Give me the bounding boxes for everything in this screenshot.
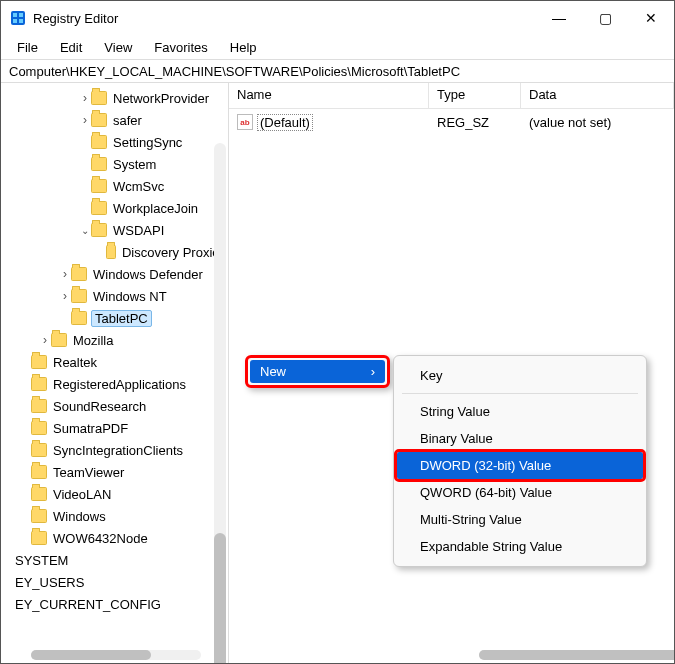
tree-item-label: Windows xyxy=(51,508,108,525)
context-binary-value[interactable]: Binary Value xyxy=(394,425,646,452)
expand-chevron-icon[interactable] xyxy=(79,225,91,236)
folder-icon xyxy=(31,377,47,391)
menu-view[interactable]: View xyxy=(94,38,142,57)
tree-item[interactable]: WorkplaceJoin xyxy=(1,197,228,219)
header-type[interactable]: Type xyxy=(429,83,521,108)
window-title: Registry Editor xyxy=(33,11,118,26)
header-name[interactable]: Name xyxy=(229,83,429,108)
context-string-value[interactable]: String Value xyxy=(394,398,646,425)
tree-item[interactable]: SoundResearch xyxy=(1,395,228,417)
tree-item-label: SumatraPDF xyxy=(51,420,130,437)
folder-icon xyxy=(91,223,107,237)
tree-item-label: Mozilla xyxy=(71,332,115,349)
folder-icon xyxy=(71,267,87,281)
tree-item-label: RegisteredApplications xyxy=(51,376,188,393)
tree-item[interactable]: WSDAPI xyxy=(1,219,228,241)
tree-item-label: NetworkProvider xyxy=(111,90,211,107)
tree-item[interactable]: WOW6432Node xyxy=(1,527,228,549)
tree-item[interactable]: Discovery Proxies xyxy=(1,241,228,263)
tree-item-label: TeamViewer xyxy=(51,464,126,481)
folder-icon xyxy=(106,245,116,259)
tree-item[interactable]: System xyxy=(1,153,228,175)
menubar: File Edit View Favorites Help xyxy=(1,35,674,59)
tree-item[interactable]: Windows NT xyxy=(1,285,228,307)
tree-item[interactable]: SYSTEM xyxy=(1,549,228,571)
tree-item-label: WcmSvc xyxy=(111,178,166,195)
tree-item-label: System xyxy=(111,156,158,173)
tree-scrollbar-horizontal[interactable] xyxy=(31,650,201,660)
maximize-button[interactable]: ▢ xyxy=(582,1,628,35)
folder-icon xyxy=(31,443,47,457)
list-body[interactable]: ab (Default) REG_SZ (value not set) xyxy=(229,109,674,133)
folder-icon xyxy=(91,91,107,105)
submenu-arrow-icon xyxy=(371,364,375,379)
tree-item-label: SyncIntegrationClients xyxy=(51,442,185,459)
context-new[interactable]: New xyxy=(250,360,385,383)
tree-item[interactable]: SyncIntegrationClients xyxy=(1,439,228,461)
folder-icon xyxy=(91,113,107,127)
tree-item-label: SettingSync xyxy=(111,134,184,151)
context-qword-value[interactable]: QWORD (64-bit) Value xyxy=(394,479,646,506)
svg-rect-4 xyxy=(19,19,23,23)
tree-item-label: TabletPC xyxy=(91,310,152,327)
tree-item-label: SoundResearch xyxy=(51,398,148,415)
expand-chevron-icon[interactable] xyxy=(59,267,71,281)
tree-item[interactable]: EY_CURRENT_CONFIG xyxy=(1,593,228,615)
titlebar: Registry Editor — ▢ ✕ xyxy=(1,1,674,35)
tree-item[interactable]: TabletPC xyxy=(1,307,228,329)
tree-item[interactable]: Mozilla xyxy=(1,329,228,351)
tree-item-label: Discovery Proxies xyxy=(120,244,228,261)
tree-item[interactable]: Realtek xyxy=(1,351,228,373)
svg-rect-3 xyxy=(13,19,17,23)
context-multi-string-value[interactable]: Multi-String Value xyxy=(394,506,646,533)
menu-separator xyxy=(402,393,638,394)
tree-item-label: VideoLAN xyxy=(51,486,113,503)
menu-file[interactable]: File xyxy=(7,38,48,57)
minimize-button[interactable]: — xyxy=(536,1,582,35)
tree-item[interactable]: NetworkProvider xyxy=(1,87,228,109)
tree-item-label: Realtek xyxy=(51,354,99,371)
expand-chevron-icon[interactable] xyxy=(39,333,51,347)
tree-item-label: EY_USERS xyxy=(13,574,86,591)
tree-item-label: Windows NT xyxy=(91,288,169,305)
tree-item[interactable]: Windows Defender xyxy=(1,263,228,285)
menu-favorites[interactable]: Favorites xyxy=(144,38,217,57)
registry-tree[interactable]: NetworkProvidersaferSettingSyncSystemWcm… xyxy=(1,83,229,663)
context-dword-value[interactable]: DWORD (32-bit) Value xyxy=(397,452,643,479)
folder-icon xyxy=(31,399,47,413)
context-expandable-string-value[interactable]: Expandable String Value xyxy=(394,533,646,560)
tree-item[interactable]: SumatraPDF xyxy=(1,417,228,439)
menu-edit[interactable]: Edit xyxy=(50,38,92,57)
expand-chevron-icon[interactable] xyxy=(79,113,91,127)
tree-item[interactable]: safer xyxy=(1,109,228,131)
list-scrollbar-horizontal[interactable] xyxy=(479,650,674,660)
tree-item[interactable]: Windows xyxy=(1,505,228,527)
tree-item[interactable]: EY_USERS xyxy=(1,571,228,593)
value-type: REG_SZ xyxy=(429,115,521,130)
folder-icon xyxy=(31,531,47,545)
folder-icon xyxy=(31,355,47,369)
close-button[interactable]: ✕ xyxy=(628,1,674,35)
app-icon xyxy=(9,9,27,27)
header-data[interactable]: Data xyxy=(521,83,674,108)
folder-icon xyxy=(31,487,47,501)
menu-help[interactable]: Help xyxy=(220,38,267,57)
expand-chevron-icon[interactable] xyxy=(59,289,71,303)
context-key[interactable]: Key xyxy=(394,362,646,389)
tree-item-label: WSDAPI xyxy=(111,222,166,239)
string-value-icon: ab xyxy=(237,114,253,130)
tree-item[interactable]: WcmSvc xyxy=(1,175,228,197)
context-new-label: New xyxy=(260,364,286,379)
tree-item-label: Windows Defender xyxy=(91,266,205,283)
context-menu-new-submenu: Key String Value Binary Value DWORD (32-… xyxy=(393,355,647,567)
tree-item[interactable]: RegisteredApplications xyxy=(1,373,228,395)
tree-item[interactable]: TeamViewer xyxy=(1,461,228,483)
tree-scrollbar-vertical[interactable] xyxy=(214,143,226,663)
expand-chevron-icon[interactable] xyxy=(79,91,91,105)
svg-rect-1 xyxy=(13,13,17,17)
list-header: Name Type Data xyxy=(229,83,674,109)
address-bar[interactable]: Computer\HKEY_LOCAL_MACHINE\SOFTWARE\Pol… xyxy=(1,59,674,83)
tree-item[interactable]: VideoLAN xyxy=(1,483,228,505)
tree-item[interactable]: SettingSync xyxy=(1,131,228,153)
list-row[interactable]: ab (Default) REG_SZ (value not set) xyxy=(229,111,674,133)
